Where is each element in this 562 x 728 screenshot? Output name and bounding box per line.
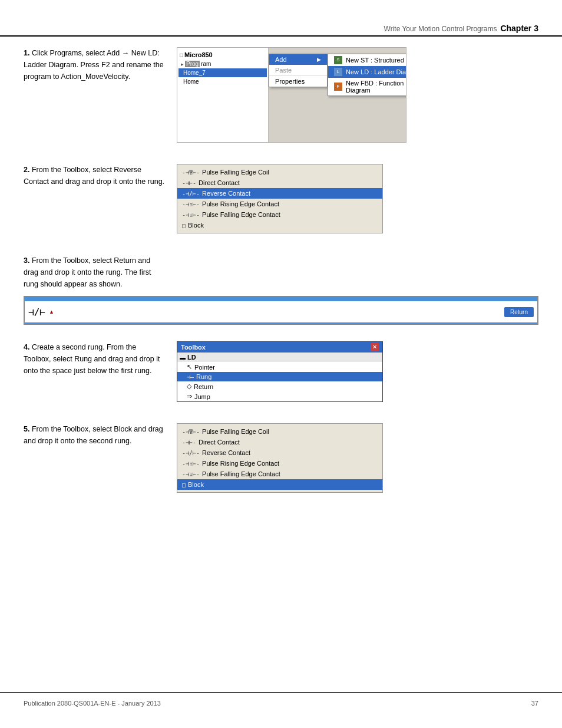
screenshot-4: Toolbox ✕ ▬ LD ↖ Pointer ⊣— Rung ◇ Ret: [177, 341, 383, 402]
toolbox-close-button[interactable]: ✕: [371, 343, 379, 351]
toolbox-rung[interactable]: ⊣— Rung: [177, 372, 382, 381]
menu-properties[interactable]: Properties: [269, 75, 327, 87]
pointer-icon: ↖: [187, 363, 192, 371]
submenu-fbd[interactable]: F New FBD : Function Block Diagram: [328, 78, 406, 95]
toolbox5-direct: -⊣⊢- Direct Contact: [177, 437, 382, 447]
rung-marker: ▲: [49, 309, 54, 315]
toolbox-jump[interactable]: ⇒ Jump: [177, 391, 382, 401]
toolbox-title: Toolbox: [181, 344, 206, 351]
sym5-reverse: -⊣/⊢-: [182, 450, 200, 456]
toolbox-ld-section: ▬ LD: [177, 353, 382, 362]
symbol-fall: -⊣↓⊢-: [182, 212, 200, 218]
step-3-number: 3.: [24, 256, 29, 265]
main-content: 1. Click Programs, select Add → New LD: …: [24, 47, 538, 687]
sym5-rise: -⊣↑⊢-: [182, 460, 200, 467]
tree-home: Home: [183, 78, 199, 85]
toolbox5-rise: -⊣↑⊢- Pulse Rising Edge Contact: [177, 458, 382, 469]
rung-container: ⊣/⊢ ▲ Return: [24, 296, 538, 325]
symbol-direct: -⊣⊢-: [182, 180, 196, 186]
step-3-text: 3. From the Toolbox, select Return and d…: [24, 255, 165, 290]
step-2-section: 2. From the Toolbox, select Reverse Cont…: [24, 164, 538, 233]
toolbox-pointer[interactable]: ↖ Pointer: [177, 362, 382, 372]
toolbox-titlebar: Toolbox ✕: [177, 342, 382, 353]
step-3-row: 3. From the Toolbox, select Return and d…: [24, 255, 538, 290]
toolbox5-fall: -⊣↓⊢- Pulse Falling Edge Contact: [177, 469, 382, 479]
step-4-image: Toolbox ✕ ▬ LD ↖ Pointer ⊣— Rung ◇ Ret: [177, 341, 538, 402]
rung-contact-symbol: ⊣/⊢: [28, 307, 45, 318]
rung-diagram: ⊣/⊢ ▲ Return: [24, 296, 538, 325]
rung-row: ⊣/⊢ ▲ Return: [25, 301, 537, 324]
toolbox5-block[interactable]: □ Block: [177, 479, 382, 490]
rung-return-button: Return: [504, 307, 534, 317]
sym5-fall: -⊣↓⊢-: [182, 471, 200, 477]
menu-paste[interactable]: Paste: [269, 65, 327, 75]
step-1-text: 1. Click Programs, select Add → New LD: …: [24, 47, 165, 143]
symbol-block-2: □: [182, 222, 186, 229]
toolbox-item-rise: -⊣↑⊢- Pulse Rising Edge Contact: [177, 199, 382, 209]
sym5-pulse-coil: -⊣Ψ⊢-: [182, 429, 200, 435]
header-rule: [0, 35, 562, 37]
step-3-section: 3. From the Toolbox, select Return and d…: [24, 255, 538, 325]
toolbox5-reverse: -⊣/⊢- Reverse Contact: [177, 447, 382, 458]
menu-add[interactable]: Add ▶: [269, 54, 327, 65]
symbol-reverse: -⊣/⊢-: [182, 190, 200, 197]
toolbox-item-reverse[interactable]: -⊣/⊢- Reverse Contact: [177, 188, 382, 199]
toolbox-item-fall: -⊣↓⊢- Pulse Falling Edge Contact: [177, 209, 382, 220]
return-icon: ◇: [187, 383, 191, 390]
rung-top-bar: [25, 297, 537, 301]
step-1-number: 1.: [24, 49, 29, 57]
symbol-pulse-coil: -⊣Ψ⊢-: [182, 169, 200, 176]
toolbox-item-pulse-coil: -⊣Ψ⊢- Pulse Falling Edge Coil: [177, 167, 382, 177]
footer-rule: [0, 692, 562, 693]
submenu-st[interactable]: S New ST : Structured Text: [328, 54, 406, 66]
header-chapter: Chapter 3: [500, 24, 538, 33]
submenu-ld[interactable]: L New LD : Ladder Diagram: [328, 66, 406, 78]
step-2-text: 2. From the Toolbox, select Reverse Cont…: [24, 164, 165, 233]
sym5-block: □: [182, 482, 186, 488]
collapse-icon: ▬: [180, 354, 186, 361]
header-title: Write Your Motion Control Programs: [384, 25, 497, 33]
toolbox5-pulse-coil: -⊣Ψ⊢- Pulse Falling Edge Coil: [177, 426, 382, 437]
rung-icon: ⊣—: [187, 374, 194, 380]
toolbox-item-direct: -⊣⊢- Direct Contact: [177, 177, 382, 188]
header-text: Write Your Motion Control Programs Chapt…: [384, 24, 538, 33]
sym5-direct: -⊣⊢-: [182, 439, 196, 446]
toolbox-item-block: □ Block: [177, 220, 382, 230]
step-4-text: 4. Create a second rung. From the Toolbo…: [24, 341, 165, 402]
step-2-image: -⊣Ψ⊢- Pulse Falling Edge Coil -⊣⊢- Direc…: [177, 164, 538, 233]
step-4-section: 4. Create a second rung. From the Toolbo…: [24, 341, 538, 402]
step-2-number: 2.: [24, 166, 29, 174]
st-icon: S: [334, 56, 342, 64]
step-5-text: 5. From the Toolbox, select Block and dr…: [24, 423, 165, 493]
tree-micro850: Micro850: [184, 51, 213, 58]
screenshot-1: □ Micro850 ▸ Prog ram Home_7 Home: [177, 47, 406, 143]
step-5-number: 5.: [24, 425, 29, 433]
tree-home7: Home_7: [183, 70, 206, 76]
fbd-icon: F: [334, 83, 342, 91]
step-5-image: -⊣Ψ⊢- Pulse Falling Edge Coil -⊣⊢- Direc…: [177, 423, 538, 493]
jump-icon: ⇒: [187, 393, 192, 400]
footer-page: 37: [531, 700, 538, 707]
toolbox-return[interactable]: ◇ Return: [177, 381, 382, 391]
ld-icon: L: [334, 68, 342, 76]
footer-publication: Publication 2080-QS001A-EN-E - January 2…: [24, 700, 161, 707]
screenshot-5: -⊣Ψ⊢- Pulse Falling Edge Coil -⊣⊢- Direc…: [177, 423, 383, 493]
step-1-image: □ Micro850 ▸ Prog ram Home_7 Home: [177, 47, 538, 143]
step-5-section: 5. From the Toolbox, select Block and dr…: [24, 423, 538, 493]
step-4-number: 4.: [24, 343, 29, 351]
screenshot-2: -⊣Ψ⊢- Pulse Falling Edge Coil -⊣⊢- Direc…: [177, 164, 383, 233]
step-1-section: 1. Click Programs, select Add → New LD: …: [24, 47, 538, 143]
symbol-rise: -⊣↑⊢-: [182, 201, 200, 207]
